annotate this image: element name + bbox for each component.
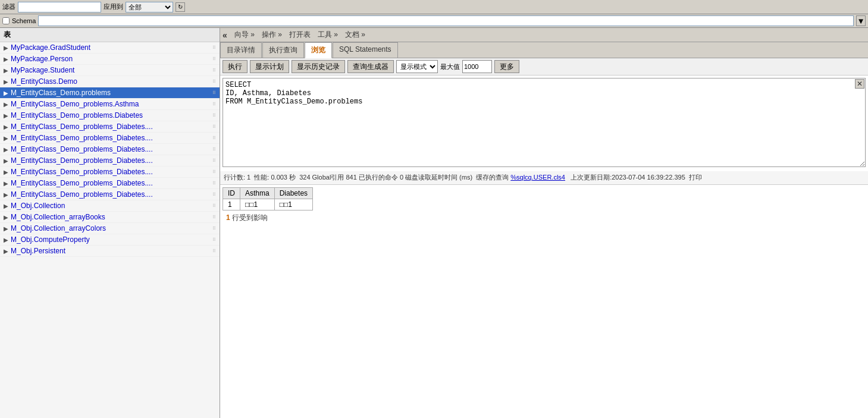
- apply-select[interactable]: 全部 表 视图: [126, 2, 173, 12]
- sql-editor-container: ✕: [223, 78, 866, 169]
- table-item-name: M_EntityClass_Demo_problems_Diabetes....: [11, 134, 211, 142]
- tab-目录详情[interactable]: 目录详情: [220, 42, 262, 58]
- table-item[interactable]: ▶ M_EntityClass_Demo_problems_Diabetes..…: [0, 144, 220, 155]
- max-input[interactable]: [462, 60, 492, 73]
- table-item[interactable]: ▶ M_EntityClass_Demo.problems ⠿: [0, 87, 220, 99]
- query-gen-button[interactable]: 查询生成器: [347, 60, 394, 73]
- rows-affected: 1 行受到影响: [223, 210, 866, 225]
- table-item[interactable]: ▶ M_Obj.Collection_arrayBooks ⠿: [0, 212, 220, 223]
- show-history-button[interactable]: 显示历史记录: [292, 60, 345, 73]
- grip-icon: ⠿: [212, 181, 216, 186]
- arrow-icon: ▶: [4, 112, 8, 119]
- table-item-name: M_EntityClass_Demo_problems_Diabetes....: [11, 168, 211, 176]
- sql-editor[interactable]: [223, 78, 866, 167]
- grip-icon: ⠿: [212, 249, 216, 254]
- grip-icon: ⠿: [212, 226, 216, 231]
- grip-icon: ⠿: [212, 124, 216, 130]
- schema-input[interactable]: [38, 15, 854, 26]
- table-cell: 1: [223, 199, 240, 210]
- nav-docs[interactable]: 文档 »: [345, 30, 365, 40]
- cached-query-link[interactable]: %sqlcq.USER.cls4: [510, 174, 565, 181]
- table-item-name: M_Obj.ComputeProperty: [11, 235, 211, 244]
- arrow-icon: ▶: [4, 101, 8, 108]
- tab-浏览[interactable]: 浏览: [305, 42, 332, 58]
- status-after-link: 上次更新日期:2023-07-04 16:39:22.395 打印: [567, 174, 702, 181]
- grip-icon: ⠿: [212, 102, 216, 107]
- max-label: 最大值: [440, 62, 460, 71]
- grip-icon: ⠿: [212, 68, 216, 73]
- arrow-icon: ▶: [4, 67, 8, 74]
- filter-label: 滤器: [2, 2, 15, 11]
- tab-sql-statements[interactable]: SQL Statements: [333, 42, 398, 58]
- arrow-icon: ▶: [4, 124, 8, 130]
- schema-dropdown-button[interactable]: ▼: [856, 15, 866, 26]
- nav-guide[interactable]: 向导 »: [234, 30, 255, 40]
- toolbar: 执行 显示计划 显示历史记录 查询生成器 显示模式 选项1 最大值 更多: [220, 58, 868, 76]
- left-panel: 表 ▶ MyPackage.GradStudent ⠿ ▶ MyPackage.…: [0, 28, 220, 418]
- table-item-name: M_EntityClass_Demo_problems_Diabetes....: [11, 122, 211, 131]
- table-item[interactable]: ▶ MyPackage.Person ⠿: [0, 54, 220, 65]
- arrow-icon: ▶: [4, 237, 8, 243]
- collapse-button[interactable]: «: [223, 30, 227, 40]
- arrow-icon: ▶: [4, 45, 8, 51]
- more-button[interactable]: 更多: [494, 60, 519, 73]
- schema-bar: Schema ▼: [0, 14, 868, 28]
- nav-bar: « 向导 » 操作 » 打开表 工具 » 文档 »: [220, 28, 868, 42]
- table-item[interactable]: ▶ M_EntityClass_Demo_problems_Diabetes..…: [0, 166, 220, 178]
- table-item-name: M_Obj.Collection: [11, 202, 211, 210]
- table-item-name: M_Obj.Persistent: [11, 247, 211, 255]
- column-header: Asthma: [240, 187, 275, 199]
- table-item[interactable]: ▶ M_Obj.Collection ⠿: [0, 200, 220, 212]
- arrow-icon: ▶: [4, 180, 8, 187]
- table-item[interactable]: ▶ MyPackage.GradStudent ⠿: [0, 42, 220, 54]
- table-item[interactable]: ▶ M_EntityClass_Demo_problems_Diabetes..…: [0, 121, 220, 133]
- grip-icon: ⠿: [212, 237, 216, 243]
- table-item[interactable]: ▶ M_EntityClass_Demo_problems_Diabetes..…: [0, 178, 220, 189]
- show-plan-button[interactable]: 显示计划: [250, 60, 289, 73]
- table-item-name: M_EntityClass_Demo_problems_Diabetes....: [11, 190, 211, 199]
- arrow-icon: ▶: [4, 78, 8, 85]
- table-item[interactable]: ▶ M_EntityClass.Demo ⠿: [0, 76, 220, 87]
- table-item[interactable]: ▶ M_EntityClass_Demo_problems_Diabetes..…: [0, 133, 220, 144]
- table-item[interactable]: ▶ M_EntityClass_Demo_problems.Diabetes ⠿: [0, 110, 220, 121]
- table-item-name: M_EntityClass_Demo_problems_Diabetes....: [11, 145, 211, 153]
- table-item-name: M_EntityClass_Demo_problems_Diabetes....: [11, 156, 211, 165]
- table-item[interactable]: ▶ M_Obj.ComputeProperty ⠿: [0, 234, 220, 246]
- refresh-button[interactable]: ↻: [176, 2, 185, 12]
- nav-ops[interactable]: 操作 »: [262, 30, 282, 40]
- arrow-icon: ▶: [4, 225, 8, 232]
- show-mode-select[interactable]: 显示模式 选项1: [396, 60, 438, 73]
- table-item-name: MyPackage.GradStudent: [11, 43, 211, 52]
- nav-tools[interactable]: 工具 »: [318, 30, 338, 40]
- table-item[interactable]: ▶ M_Obj.Persistent ⠿: [0, 246, 220, 257]
- table-item[interactable]: ▶ M_EntityClass_Demo_problems.Asthma ⠿: [0, 99, 220, 110]
- grip-icon: ⠿: [212, 147, 216, 152]
- table-item[interactable]: ▶ M_Obj.Collection_arrayColors ⠿: [0, 223, 220, 234]
- filter-bar: 滤器 应用到 全部 表 视图 ↻: [0, 0, 868, 14]
- status-bar: 行计数: 1 性能: 0.003 秒 324 Global引用 841 已执行的…: [220, 171, 868, 185]
- grip-icon: ⠿: [212, 158, 216, 164]
- sql-close-button[interactable]: ✕: [855, 79, 864, 89]
- table-item[interactable]: ▶ MyPackage.Student ⠿: [0, 65, 220, 76]
- table-item-name: M_Obj.Collection_arrayColors: [11, 224, 211, 232]
- grip-icon: ⠿: [212, 56, 216, 62]
- arrow-icon: ▶: [4, 191, 8, 198]
- arrow-icon: ▶: [4, 135, 8, 142]
- tab-执行查询[interactable]: 执行查询: [262, 42, 304, 58]
- table-item[interactable]: ▶ M_EntityClass_Demo_problems_Diabetes..…: [0, 189, 220, 200]
- execute-button[interactable]: 执行: [223, 60, 247, 73]
- table-section-header: 表: [0, 28, 220, 42]
- arrow-icon: ▶: [4, 90, 8, 96]
- right-panel: « 向导 » 操作 » 打开表 工具 » 文档 » 目录详情执行查询浏览SQL …: [220, 28, 868, 418]
- table-item[interactable]: ▶ M_EntityClass_Demo_problems_Diabetes..…: [0, 155, 220, 166]
- schema-checkbox[interactable]: [2, 17, 10, 24]
- filter-input[interactable]: [18, 2, 101, 12]
- rows-count: 1: [226, 213, 230, 222]
- grip-icon: ⠿: [212, 203, 216, 209]
- table-item-name: MyPackage.Person: [11, 55, 211, 63]
- nav-open-table[interactable]: 打开表: [289, 30, 311, 40]
- table-item-name: M_EntityClass_Demo_problems.Asthma: [11, 100, 211, 108]
- column-header: ID: [223, 187, 240, 199]
- table-row: 1□□1□□1: [223, 199, 313, 210]
- arrow-icon: ▶: [4, 214, 8, 221]
